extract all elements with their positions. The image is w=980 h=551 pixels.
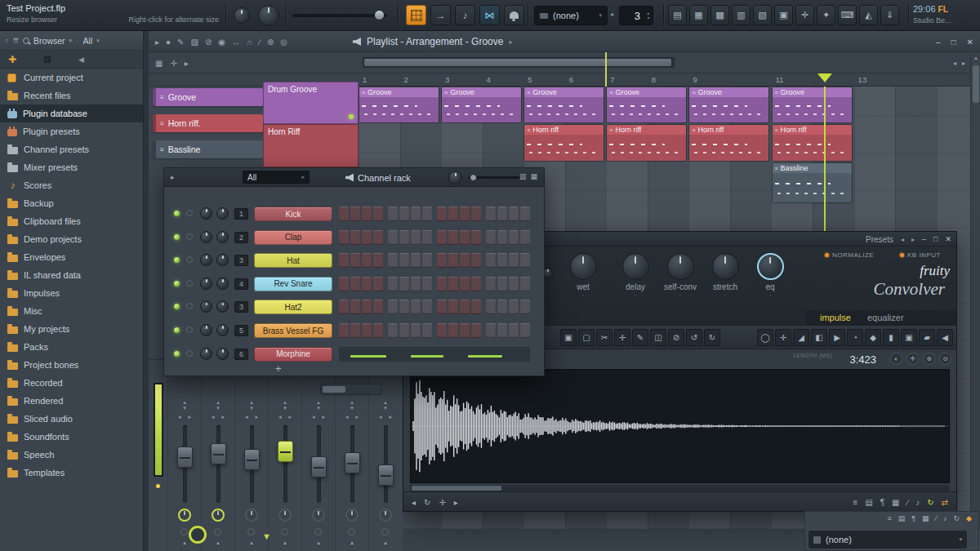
master-pitch-knob[interactable] xyxy=(258,5,279,26)
playlist-clip-groove[interactable]: ≡Groove xyxy=(606,87,687,123)
channel-preview[interactable] xyxy=(339,347,530,362)
channel-led[interactable] xyxy=(174,351,180,357)
step-cell[interactable] xyxy=(388,207,398,221)
step-cell[interactable] xyxy=(362,277,372,291)
strip-arrow-icon[interactable]: ▴ xyxy=(269,540,301,546)
step-cell[interactable] xyxy=(339,230,349,245)
step-cell[interactable] xyxy=(471,300,481,314)
step-cell[interactable] xyxy=(422,253,432,268)
pan-left-icon[interactable]: ◂ xyxy=(245,414,248,420)
channel-pan-knob[interactable] xyxy=(200,278,212,290)
nudge-down-icon[interactable]: ▾ xyxy=(317,405,320,411)
step-cell[interactable] xyxy=(486,300,496,314)
loop-icon[interactable]: ↻ xyxy=(954,514,960,522)
step-cell[interactable] xyxy=(339,300,349,314)
strip-ring[interactable] xyxy=(214,528,221,535)
add-tab-icon[interactable]: ✚ xyxy=(8,54,16,65)
strip-arrow-icon[interactable]: ▴ xyxy=(369,540,402,546)
step-cell[interactable] xyxy=(509,207,519,221)
step-cell[interactable] xyxy=(460,253,470,268)
step-cell[interactable] xyxy=(362,230,372,245)
pan-left-icon[interactable]: ◂ xyxy=(212,414,215,420)
master-knob[interactable] xyxy=(189,526,207,544)
clone-icon[interactable]: ◫ xyxy=(650,329,666,346)
browser-item-scores[interactable]: ♪Scores xyxy=(0,176,143,194)
step-cell[interactable] xyxy=(388,323,398,338)
mixer-button[interactable]: ▥ xyxy=(732,5,751,25)
scroll-up-icon[interactable]: ▴ xyxy=(971,55,980,61)
piano-roll-button[interactable]: ▦ xyxy=(689,5,708,25)
pan-left-icon[interactable]: ◂ xyxy=(345,414,349,420)
step-cell[interactable] xyxy=(509,230,519,245)
channel-volume-knob[interactable] xyxy=(216,300,229,313)
step-cell[interactable] xyxy=(509,277,519,291)
step-cell[interactable] xyxy=(471,207,481,221)
strip-ring[interactable] xyxy=(348,528,355,535)
close-button[interactable]: ✕ xyxy=(945,235,951,243)
step-cell[interactable] xyxy=(350,277,360,291)
step-cell[interactable] xyxy=(520,300,530,314)
browser-item-soundfonts[interactable]: Soundfonts xyxy=(0,428,143,446)
detach-button[interactable]: – xyxy=(922,235,926,243)
step-cell[interactable] xyxy=(411,323,421,338)
step-cell[interactable] xyxy=(411,230,421,245)
fader-handle[interactable] xyxy=(177,447,193,468)
browser-toggle-button[interactable]: ▧ xyxy=(753,5,772,25)
file-icon[interactable]: ▢ xyxy=(578,329,595,346)
browser-item-packs[interactable]: Packs xyxy=(0,338,143,356)
strip-ring[interactable] xyxy=(381,528,389,535)
step-cell[interactable] xyxy=(486,277,496,291)
strip-ring[interactable] xyxy=(180,528,188,535)
pattern-selector[interactable]: (none) ▾ xyxy=(534,6,608,25)
channel-mute[interactable] xyxy=(186,303,193,309)
fader-handle[interactable] xyxy=(345,452,360,473)
step-cell[interactable] xyxy=(350,207,360,221)
channel-volume-knob[interactable] xyxy=(216,348,229,360)
menu-icon[interactable]: ≡ xyxy=(853,498,858,507)
step-cell[interactable] xyxy=(399,323,409,338)
browser-item-templates[interactable]: Templates xyxy=(0,464,143,482)
nudge-down-icon[interactable]: ▾ xyxy=(183,405,186,411)
step-cell[interactable] xyxy=(497,230,507,245)
scrollbar-handle[interactable] xyxy=(323,386,345,393)
mute-icon[interactable]: ⊘ xyxy=(668,329,684,346)
pilcrow-icon[interactable]: ¶ xyxy=(911,514,915,522)
step-cell[interactable] xyxy=(437,207,447,221)
step-cell[interactable] xyxy=(509,253,519,268)
strip-ring[interactable] xyxy=(247,528,255,535)
playlist-clip-groove[interactable]: ≡Groove xyxy=(688,87,769,123)
channel-led[interactable] xyxy=(174,327,180,333)
playlist-clip-groove[interactable]: ≡Groove xyxy=(523,87,604,123)
step-cell[interactable] xyxy=(460,323,470,338)
redo-icon[interactable]: ↻ xyxy=(704,329,720,346)
step-cell[interactable] xyxy=(460,300,470,314)
browser-item-il-shared-data[interactable]: IL shared data xyxy=(0,266,143,284)
note-icon[interactable]: ♪ xyxy=(915,498,920,507)
channel-button-hat[interactable]: Hat xyxy=(254,253,332,268)
list-icon[interactable]: ▤ xyxy=(898,514,906,522)
browser-item-backup[interactable]: Backup xyxy=(0,194,143,212)
step-cell[interactable] xyxy=(373,207,383,221)
strip-arrow-icon[interactable]: ▴ xyxy=(302,540,335,546)
next-preset-icon[interactable]: ▸ xyxy=(911,236,915,243)
metronome-button[interactable]: ◭ xyxy=(859,5,878,25)
step-cell[interactable] xyxy=(471,230,481,245)
step-cell[interactable] xyxy=(460,207,470,221)
project-picker-button[interactable]: ▣ xyxy=(774,5,793,25)
strip-ring[interactable] xyxy=(281,528,288,535)
strip-knob[interactable] xyxy=(245,509,258,522)
chevron-down-icon[interactable]: ▾ xyxy=(96,38,100,44)
chevron-down-icon[interactable]: ▾ xyxy=(69,38,73,44)
drop-icon[interactable]: ◆ xyxy=(865,329,881,346)
step-cell[interactable] xyxy=(350,253,360,268)
step-cell[interactable] xyxy=(437,253,447,268)
counter-prev-arrow[interactable]: ◂ xyxy=(610,11,613,18)
speaker-icon[interactable]: ◀ xyxy=(937,329,953,346)
step-cell[interactable] xyxy=(422,230,432,245)
channel-mute[interactable] xyxy=(186,233,193,240)
browser-item-plugin-presets[interactable]: Plugin presets xyxy=(0,122,143,140)
pattern-number-stepper[interactable]: 3 ▴▾ xyxy=(619,6,653,25)
step-cell[interactable] xyxy=(437,323,447,338)
pan-left-icon[interactable]: ◂ xyxy=(379,414,382,420)
strip-ring[interactable] xyxy=(314,528,322,535)
